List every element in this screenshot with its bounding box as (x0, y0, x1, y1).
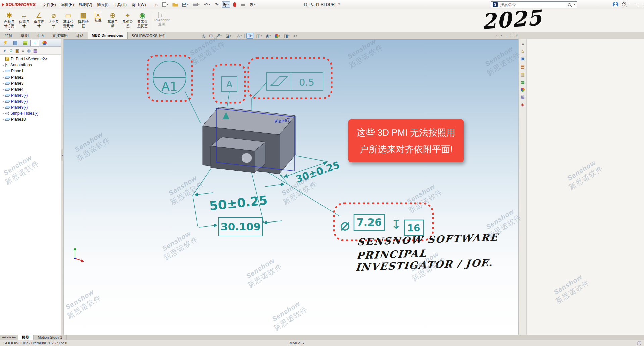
dimension-50[interactable]: 50±0.25 (209, 193, 268, 213)
undo-button[interactable]: ↶▾ (203, 1, 211, 8)
tree-item-Plane4[interactable]: ▸Plane4 (1, 86, 61, 92)
scheme-icon[interactable]: ▣ (15, 49, 19, 53)
menu-item[interactable]: 插入(I) (94, 1, 111, 8)
tab-MBD Dimensions[interactable]: MBD Dimensions (88, 32, 128, 39)
ribbon-button-datum[interactable]: A基准 (91, 10, 105, 31)
doc-close-icon[interactable]: × (516, 33, 518, 38)
redo-button[interactable]: ↷ (213, 1, 220, 8)
panel-collapse-handle[interactable]: ◂ (61, 149, 64, 161)
3d-scene[interactable]: Plane7 A1 A 0.5 50 (64, 40, 518, 335)
target-icon[interactable]: ◎ (27, 49, 30, 53)
home-icon[interactable]: ⌂ (521, 49, 524, 54)
study-tab-模型[interactable]: 模型 (18, 335, 34, 340)
collapse-icon[interactable]: « (521, 41, 524, 46)
edit-appearance-button[interactable]: ▾ (274, 33, 281, 39)
previous-view-button[interactable]: ↺▾ (215, 33, 222, 39)
tab-特征[interactable]: 特征 (1, 32, 17, 39)
settings-button[interactable]: ⚙▾ (248, 1, 257, 8)
tab-直接编辑[interactable]: 直接编辑 (48, 32, 72, 39)
open-button[interactable] (171, 2, 179, 8)
tab-评估[interactable]: 评估 (72, 32, 88, 39)
unit-system[interactable]: MMGS ▴ (289, 341, 304, 345)
menu-item[interactable]: 工具(T) (111, 1, 129, 8)
ribbon-button-datum-target[interactable]: ⊕基准目标 (105, 10, 120, 31)
home-button[interactable]: ⌂ (153, 1, 159, 8)
expander-icon[interactable]: ▸ (1, 112, 5, 115)
annotation-views-button[interactable]: △▾ (236, 33, 243, 39)
displaymanager-tab[interactable] (40, 40, 49, 46)
minimize-button[interactable]: — (631, 2, 635, 7)
solidworks-resources-icon[interactable]: ▣ (521, 57, 525, 61)
save-button[interactable]: ▾ (181, 2, 190, 8)
tree-item-Plane10[interactable]: ▸Plane10 (1, 116, 61, 122)
featuremanager-tab[interactable] (1, 40, 10, 46)
tree-item-Plane5(-)[interactable]: ▸Plane5(-) (1, 92, 61, 98)
ribbon-button-location-dimension[interactable]: ↔位置尺寸 (17, 10, 32, 31)
help-icon[interactable]: ? (622, 2, 627, 7)
pattern-icon[interactable]: ▦ (33, 49, 37, 53)
zoom-area-button[interactable]: ⊡ (208, 33, 214, 39)
ribbon-button-pattern-feature[interactable]: ▦阵列特征 (76, 10, 91, 31)
prev-tab-icon[interactable]: ◀ (7, 336, 8, 339)
last-tab-icon[interactable]: ▶▶ (12, 336, 16, 339)
tab-曲面[interactable]: 曲面 (33, 32, 48, 39)
datum-a1-callout[interactable]: A1 (153, 61, 186, 94)
filter-icon[interactable]: ▼ (3, 49, 7, 53)
rebuild-indicator-button[interactable] (232, 1, 237, 8)
tree-item-Simple Hole1(-)[interactable]: ▸Simple Hole1(-) (1, 110, 61, 116)
tree-item-Plane8(-)[interactable]: ▸Plane8(-) (1, 98, 61, 104)
doc-minimize-icon[interactable]: – (505, 33, 507, 38)
zoom-fit-button[interactable]: ◎ (201, 33, 206, 39)
new-document-button[interactable]: ▾ (161, 1, 169, 8)
parallelism-callout[interactable]: 0.5 (267, 72, 323, 90)
graphics-area[interactable]: Plane7 A1 A 0.5 50 (64, 39, 518, 335)
panel-splitter[interactable]: ◂ (61, 39, 64, 335)
view-palette-icon[interactable]: ▦ (521, 80, 525, 85)
ribbon-button-size-dimension[interactable]: ⌀大小尺寸 (46, 10, 61, 31)
tree-item-Annotations[interactable]: ▸Annotations (1, 62, 61, 68)
menu-item[interactable]: 编辑(E) (58, 1, 76, 8)
next-document-icon[interactable]: › (501, 33, 502, 38)
select-button[interactable]: ▾ (222, 1, 230, 8)
list-icon[interactable]: ≡ (22, 49, 24, 53)
hide-show-items-button[interactable]: ◉▾ (264, 33, 272, 39)
next-tab-icon[interactable]: ▶ (9, 336, 11, 339)
menu-item[interactable]: 窗口(W) (129, 1, 148, 8)
custom-properties-icon[interactable]: ▧ (521, 95, 525, 99)
datum-a-callout[interactable]: A (221, 77, 237, 92)
forum-icon[interactable]: ◈ (521, 102, 524, 107)
previous-document-icon[interactable]: ‹ (496, 33, 498, 38)
dimension-30109[interactable]: 30.109 (219, 218, 262, 236)
ribbon-button-angle-dimension[interactable]: ∠角度尺寸 (32, 10, 46, 31)
tree-item-Plane3[interactable]: ▸Plane3 (1, 80, 61, 86)
tree-item-Plane1[interactable]: ▸Plane1 (1, 68, 61, 74)
study-tab-Motion Study 1[interactable]: Motion Study 1 (34, 335, 66, 340)
configurationmanager-tab[interactable] (20, 40, 30, 46)
display-style-button[interactable]: ◫▾ (255, 33, 263, 39)
web-help-icon[interactable] (637, 341, 641, 345)
search-caret-icon[interactable]: ▾ (574, 3, 575, 6)
hole-callout[interactable]: ⌀ 7.26 ↧ 16 (340, 214, 424, 235)
display-options-button[interactable] (239, 2, 246, 7)
dimension-30[interactable]: 30±0.25 (294, 159, 341, 185)
section-view-button[interactable]: ◪▾ (225, 33, 232, 39)
view-orientation-button[interactable]: ⊞▾ (246, 33, 253, 39)
print-button[interactable]: ▾ (192, 2, 201, 7)
search-icon[interactable] (568, 3, 571, 6)
tree-item-Plane2[interactable]: ▸Plane2 (1, 74, 61, 80)
menu-item[interactable]: 文件(F) (40, 1, 58, 8)
doc-restore-icon[interactable] (510, 34, 513, 37)
dimxpertmanager-tab[interactable] (30, 40, 39, 46)
ribbon-button-auto-dimension[interactable]: ✱自动尺寸方案▾ (2, 10, 17, 31)
account-icon[interactable] (613, 2, 618, 7)
propertymanager-tab[interactable] (11, 40, 20, 46)
file-explorer-icon[interactable]: ▥ (521, 72, 525, 77)
restore-button[interactable] (639, 3, 642, 6)
ribbon-button-geometric-tolerance[interactable]: ⌖几何公差 (120, 10, 135, 31)
tab-草图[interactable]: 草图 (17, 32, 33, 39)
ribbon-button-basic-location-dimension[interactable]: ▭基本位置尺寸▾ (61, 10, 76, 31)
tree-item-Plane9(-)[interactable]: ▸Plane9(-) (1, 104, 61, 110)
tree-root[interactable]: D_Part1<Scheme2> (1, 56, 61, 62)
expander-icon[interactable]: ▸ (1, 64, 5, 67)
view-settings-button[interactable]: ◐▾ (292, 33, 298, 39)
